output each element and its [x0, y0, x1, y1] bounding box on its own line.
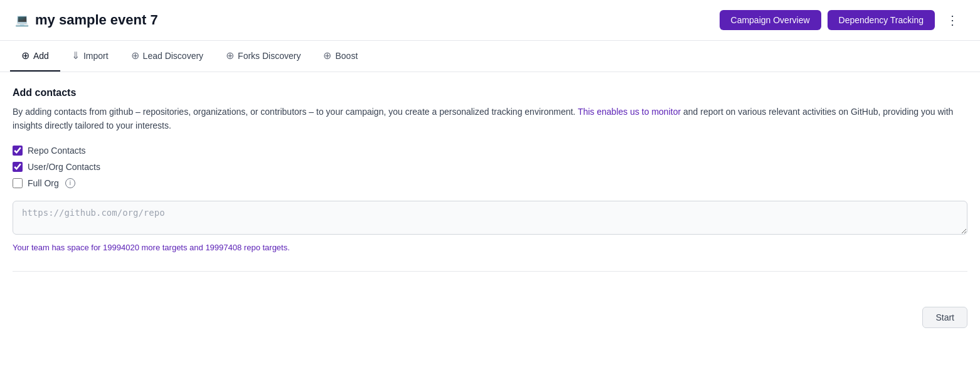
footer: Start: [0, 299, 980, 336]
tab-import-label: Import: [83, 51, 109, 61]
boost-tab-icon: ⊕: [323, 50, 331, 61]
tab-lead-discovery-label: Lead Discovery: [143, 51, 204, 61]
header-right: Campaign Overview Dependency Tracking ⋮: [720, 10, 965, 30]
campaign-overview-button[interactable]: Campaign Overview: [720, 10, 821, 30]
tab-boost-label: Boost: [335, 51, 358, 61]
checkbox-item-user-org[interactable]: User/Org Contacts: [13, 162, 967, 172]
url-input[interactable]: [13, 201, 967, 235]
event-icon: 💻: [15, 13, 29, 27]
description-highlight: This enables us to monitor: [578, 107, 681, 117]
header-left: 💻 my sample event 7: [15, 12, 158, 28]
divider: [13, 271, 967, 272]
checkbox-item-repo[interactable]: Repo Contacts: [13, 146, 967, 156]
add-tab-icon: ⊕: [21, 50, 29, 61]
lead-discovery-tab-icon: ⊕: [131, 50, 139, 61]
tab-forks-discovery-label: Forks Discovery: [238, 51, 301, 61]
header: 💻 my sample event 7 Campaign Overview De…: [0, 0, 980, 41]
full-org-checkbox[interactable]: [13, 178, 23, 188]
tabs-nav: ⊕ Add ⇓ Import ⊕ Lead Discovery ⊕ Forks …: [0, 41, 980, 72]
repo-contacts-label: Repo Contacts: [28, 146, 86, 156]
checkbox-group: Repo Contacts User/Org Contacts Full Org…: [13, 146, 967, 188]
more-options-button[interactable]: ⋮: [941, 10, 965, 30]
forks-discovery-tab-icon: ⊕: [226, 50, 234, 61]
full-org-label: Full Org: [28, 178, 59, 188]
tab-add[interactable]: ⊕ Add: [10, 41, 60, 72]
description: By adding contacts from github – reposit…: [13, 105, 967, 133]
page-title: my sample event 7: [35, 12, 158, 28]
section-title: Add contacts: [13, 87, 967, 98]
tab-add-label: Add: [33, 51, 49, 61]
space-info: Your team has space for 19994020 more ta…: [13, 243, 967, 252]
checkbox-item-full-org[interactable]: Full Org i: [13, 178, 967, 188]
user-org-contacts-checkbox[interactable]: [13, 162, 23, 172]
tab-forks-discovery[interactable]: ⊕ Forks Discovery: [215, 41, 312, 72]
full-org-info-icon[interactable]: i: [65, 178, 75, 188]
main-content: Add contacts By adding contacts from git…: [0, 72, 980, 299]
import-tab-icon: ⇓: [72, 50, 80, 61]
dependency-tracking-button[interactable]: Dependency Tracking: [828, 10, 935, 30]
tab-lead-discovery[interactable]: ⊕ Lead Discovery: [120, 41, 215, 72]
start-button[interactable]: Start: [922, 307, 967, 328]
user-org-contacts-label: User/Org Contacts: [28, 162, 100, 172]
tab-boost[interactable]: ⊕ Boost: [312, 41, 369, 72]
repo-contacts-checkbox[interactable]: [13, 146, 23, 156]
description-part1: By adding contacts from github – reposit…: [13, 107, 578, 117]
tab-import[interactable]: ⇓ Import: [60, 41, 120, 72]
